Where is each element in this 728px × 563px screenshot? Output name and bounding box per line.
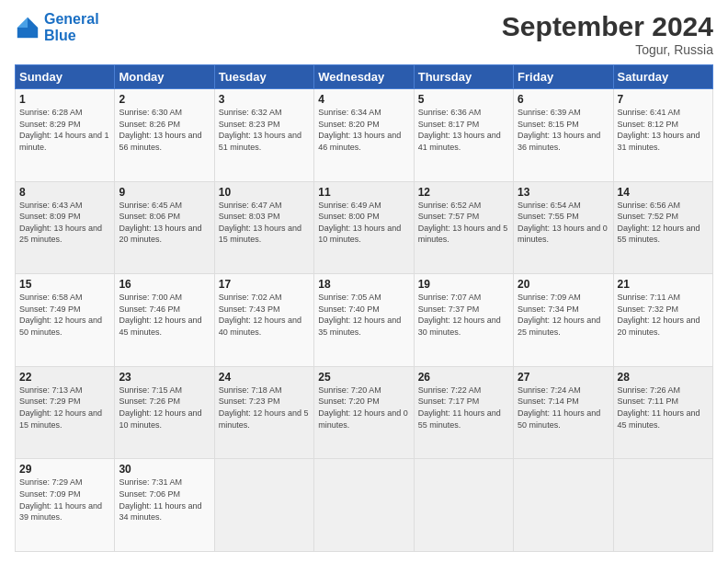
cell-details: Sunrise: 6:28 AM Sunset: 8:29 PM Dayligh… <box>19 107 110 153</box>
day-header-friday: Friday <box>514 65 613 89</box>
cell-details: Sunrise: 7:05 AM Sunset: 7:40 PM Dayligh… <box>318 292 409 338</box>
page: General Blue September 2024 Togur, Russi… <box>0 0 728 563</box>
day-number: 8 <box>19 186 110 199</box>
calendar-cell: 22Sunrise: 7:13 AM Sunset: 7:29 PM Dayli… <box>16 366 115 459</box>
calendar-cell <box>414 459 513 552</box>
calendar-cell: 20Sunrise: 7:09 AM Sunset: 7:34 PM Dayli… <box>514 274 613 367</box>
title-block: September 2024 Togur, Russia <box>502 11 713 57</box>
calendar: SundayMondayTuesdayWednesdayThursdayFrid… <box>15 64 713 552</box>
day-number: 17 <box>219 278 310 291</box>
cell-details: Sunrise: 7:11 AM Sunset: 7:32 PM Dayligh… <box>618 292 709 338</box>
calendar-cell: 23Sunrise: 7:15 AM Sunset: 7:26 PM Dayli… <box>115 366 214 459</box>
cell-details: Sunrise: 6:56 AM Sunset: 7:52 PM Dayligh… <box>618 200 709 246</box>
calendar-cell: 7Sunrise: 6:41 AM Sunset: 8:12 PM Daylig… <box>613 89 712 182</box>
day-number: 25 <box>318 371 409 384</box>
calendar-cell: 17Sunrise: 7:02 AM Sunset: 7:43 PM Dayli… <box>214 274 313 367</box>
day-number: 19 <box>418 278 509 291</box>
cell-details: Sunrise: 7:00 AM Sunset: 7:46 PM Dayligh… <box>119 292 210 338</box>
calendar-cell: 16Sunrise: 7:00 AM Sunset: 7:46 PM Dayli… <box>115 274 214 367</box>
day-number: 6 <box>518 93 609 106</box>
calendar-cell: 25Sunrise: 7:20 AM Sunset: 7:20 PM Dayli… <box>314 366 414 459</box>
logo-icon <box>15 15 40 40</box>
day-number: 13 <box>518 186 609 199</box>
calendar-week-3: 15Sunrise: 6:58 AM Sunset: 7:49 PM Dayli… <box>16 274 713 367</box>
cell-details: Sunrise: 7:15 AM Sunset: 7:26 PM Dayligh… <box>119 385 210 431</box>
calendar-week-1: 1Sunrise: 6:28 AM Sunset: 8:29 PM Daylig… <box>16 89 713 182</box>
day-number: 10 <box>219 186 310 199</box>
cell-details: Sunrise: 6:36 AM Sunset: 8:17 PM Dayligh… <box>418 107 509 153</box>
cell-details: Sunrise: 7:31 AM Sunset: 7:06 PM Dayligh… <box>119 477 210 523</box>
calendar-cell: 9Sunrise: 6:45 AM Sunset: 8:06 PM Daylig… <box>115 181 214 274</box>
day-number: 15 <box>19 278 110 291</box>
day-number: 3 <box>219 93 310 106</box>
logo: General Blue <box>15 11 99 43</box>
day-number: 12 <box>418 186 509 199</box>
cell-details: Sunrise: 7:24 AM Sunset: 7:14 PM Dayligh… <box>518 385 609 431</box>
cell-details: Sunrise: 6:43 AM Sunset: 8:09 PM Dayligh… <box>19 200 110 246</box>
calendar-week-4: 22Sunrise: 7:13 AM Sunset: 7:29 PM Dayli… <box>16 366 713 459</box>
cell-details: Sunrise: 6:30 AM Sunset: 8:26 PM Dayligh… <box>119 107 210 153</box>
calendar-cell: 3Sunrise: 6:32 AM Sunset: 8:23 PM Daylig… <box>214 89 313 182</box>
day-number: 20 <box>518 278 609 291</box>
cell-details: Sunrise: 7:20 AM Sunset: 7:20 PM Dayligh… <box>318 385 409 431</box>
day-number: 26 <box>418 371 509 384</box>
cell-details: Sunrise: 6:52 AM Sunset: 7:57 PM Dayligh… <box>418 200 509 246</box>
calendar-week-2: 8Sunrise: 6:43 AM Sunset: 8:09 PM Daylig… <box>16 181 713 274</box>
calendar-cell: 5Sunrise: 6:36 AM Sunset: 8:17 PM Daylig… <box>414 89 513 182</box>
day-header-saturday: Saturday <box>613 65 712 89</box>
day-number: 4 <box>318 93 409 106</box>
cell-details: Sunrise: 6:39 AM Sunset: 8:15 PM Dayligh… <box>518 107 609 153</box>
cell-details: Sunrise: 6:47 AM Sunset: 8:03 PM Dayligh… <box>219 200 310 246</box>
day-number: 18 <box>318 278 409 291</box>
cell-details: Sunrise: 6:49 AM Sunset: 8:00 PM Dayligh… <box>318 200 409 246</box>
calendar-cell: 26Sunrise: 7:22 AM Sunset: 7:17 PM Dayli… <box>414 366 513 459</box>
day-number: 16 <box>119 278 210 291</box>
svg-rect-2 <box>17 28 38 38</box>
calendar-cell: 1Sunrise: 6:28 AM Sunset: 8:29 PM Daylig… <box>16 89 115 182</box>
cell-details: Sunrise: 7:26 AM Sunset: 7:11 PM Dayligh… <box>618 385 709 431</box>
cell-details: Sunrise: 7:09 AM Sunset: 7:34 PM Dayligh… <box>518 292 609 338</box>
cell-details: Sunrise: 6:58 AM Sunset: 7:49 PM Dayligh… <box>19 292 110 338</box>
calendar-cell: 15Sunrise: 6:58 AM Sunset: 7:49 PM Dayli… <box>16 274 115 367</box>
calendar-cell: 18Sunrise: 7:05 AM Sunset: 7:40 PM Dayli… <box>314 274 414 367</box>
day-number: 22 <box>19 371 110 384</box>
day-header-thursday: Thursday <box>414 65 513 89</box>
cell-details: Sunrise: 7:18 AM Sunset: 7:23 PM Dayligh… <box>219 385 310 431</box>
day-number: 28 <box>618 371 709 384</box>
cell-details: Sunrise: 7:02 AM Sunset: 7:43 PM Dayligh… <box>219 292 310 338</box>
calendar-cell: 10Sunrise: 6:47 AM Sunset: 8:03 PM Dayli… <box>214 181 313 274</box>
cell-details: Sunrise: 6:45 AM Sunset: 8:06 PM Dayligh… <box>119 200 210 246</box>
calendar-cell <box>514 459 613 552</box>
calendar-cell: 4Sunrise: 6:34 AM Sunset: 8:20 PM Daylig… <box>314 89 414 182</box>
day-number: 21 <box>618 278 709 291</box>
calendar-cell: 13Sunrise: 6:54 AM Sunset: 7:55 PM Dayli… <box>514 181 613 274</box>
calendar-cell <box>314 459 414 552</box>
day-number: 1 <box>19 93 110 106</box>
svg-marker-1 <box>17 17 28 27</box>
day-number: 2 <box>119 93 210 106</box>
month-title: September 2024 <box>502 11 713 42</box>
day-number: 7 <box>618 93 709 106</box>
calendar-cell: 28Sunrise: 7:26 AM Sunset: 7:11 PM Dayli… <box>613 366 712 459</box>
calendar-week-5: 29Sunrise: 7:29 AM Sunset: 7:09 PM Dayli… <box>16 459 713 552</box>
day-number: 24 <box>219 371 310 384</box>
calendar-cell: 2Sunrise: 6:30 AM Sunset: 8:26 PM Daylig… <box>115 89 214 182</box>
calendar-cell: 12Sunrise: 6:52 AM Sunset: 7:57 PM Dayli… <box>414 181 513 274</box>
day-header-tuesday: Tuesday <box>214 65 313 89</box>
calendar-cell <box>214 459 313 552</box>
location: Togur, Russia <box>502 42 713 57</box>
calendar-cell: 6Sunrise: 6:39 AM Sunset: 8:15 PM Daylig… <box>514 89 613 182</box>
day-number: 30 <box>119 463 210 476</box>
day-header-wednesday: Wednesday <box>314 65 414 89</box>
calendar-header-row: SundayMondayTuesdayWednesdayThursdayFrid… <box>16 65 713 89</box>
day-header-monday: Monday <box>115 65 214 89</box>
cell-details: Sunrise: 6:41 AM Sunset: 8:12 PM Dayligh… <box>618 107 709 153</box>
cell-details: Sunrise: 6:34 AM Sunset: 8:20 PM Dayligh… <box>318 107 409 153</box>
calendar-cell <box>613 459 712 552</box>
cell-details: Sunrise: 6:32 AM Sunset: 8:23 PM Dayligh… <box>219 107 310 153</box>
day-number: 9 <box>119 186 210 199</box>
svg-marker-0 <box>28 17 38 27</box>
cell-details: Sunrise: 6:54 AM Sunset: 7:55 PM Dayligh… <box>518 200 609 246</box>
calendar-cell: 29Sunrise: 7:29 AM Sunset: 7:09 PM Dayli… <box>16 459 115 552</box>
calendar-cell: 24Sunrise: 7:18 AM Sunset: 7:23 PM Dayli… <box>214 366 313 459</box>
